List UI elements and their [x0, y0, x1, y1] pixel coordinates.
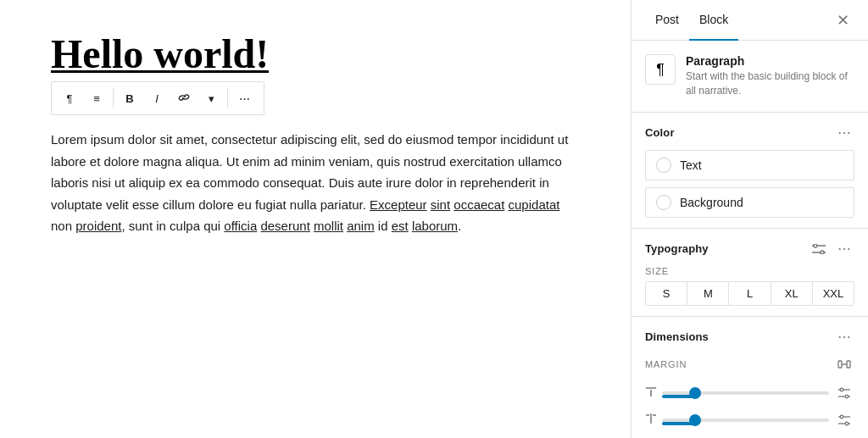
svg-point-1: [814, 244, 817, 247]
svg-point-10: [840, 388, 843, 391]
link-button[interactable]: [171, 86, 197, 111]
ellipsis-icon: ⋯: [837, 125, 851, 141]
slider-track-2: [662, 419, 829, 422]
link-est[interactable]: est: [392, 219, 409, 233]
svg-point-17: [840, 415, 843, 419]
typography-menu-button[interactable]: ⋯: [834, 239, 854, 259]
size-xxl-button[interactable]: XXL: [813, 282, 854, 305]
bold-button[interactable]: B: [117, 86, 142, 111]
size-m-button[interactable]: M: [687, 282, 729, 305]
more-icon: ⋯: [239, 92, 250, 105]
link-deserunt[interactable]: deserunt: [260, 219, 309, 233]
paragraph-icon: ¶: [67, 92, 73, 105]
close-button[interactable]: ✕: [831, 8, 854, 32]
color-background-option[interactable]: Background: [645, 187, 854, 218]
body-text[interactable]: Lorem ipsum dolor sit amet, consectetur …: [51, 129, 580, 237]
bold-icon: B: [125, 92, 133, 105]
sidebar: Post Block ✕ ¶ Paragraph Start with the …: [631, 0, 868, 438]
paragraph-button[interactable]: ¶: [57, 86, 82, 111]
color-title: Color: [645, 126, 675, 139]
close-icon: ✕: [837, 11, 849, 30]
color-section: Color ⋯ Text Background: [632, 113, 868, 229]
link-laborum[interactable]: laborum: [412, 219, 458, 233]
more-options-button[interactable]: ⋯: [231, 86, 257, 111]
svg-rect-5: [847, 361, 850, 368]
size-l-button[interactable]: L: [729, 282, 771, 305]
svg-point-19: [845, 422, 849, 425]
margin-top-row: [645, 383, 854, 403]
svg-point-3: [821, 251, 824, 254]
margin-top-icon: [645, 386, 657, 399]
slider-thumb-1[interactable]: [689, 387, 701, 399]
dimensions-section-header: Dimensions ⋯: [645, 327, 854, 347]
block-info-text: Paragraph Start with the basic building …: [686, 54, 854, 98]
text-color-radio[interactable]: [656, 158, 671, 173]
slider-settings-1[interactable]: [834, 383, 854, 403]
ellipsis-icon-2: ⋯: [837, 241, 851, 257]
size-options: S M L XL XXL: [645, 281, 854, 306]
link-cupidatat[interactable]: cupidatat: [509, 197, 560, 212]
toolbar-divider-2: [227, 88, 228, 108]
tab-block[interactable]: Block: [689, 0, 738, 41]
link-excepteur[interactable]: Excepteur: [370, 197, 427, 212]
typography-section: Typography ⋯ SIZE S M: [632, 229, 868, 317]
settings-icon-1: [838, 387, 850, 399]
dimensions-menu-button[interactable]: ⋯: [834, 327, 854, 347]
link-officia[interactable]: officia: [224, 219, 257, 233]
typography-filter-button[interactable]: [809, 239, 829, 259]
background-color-radio[interactable]: [656, 195, 671, 210]
color-background-label: Background: [680, 196, 743, 209]
link-proident[interactable]: proident: [75, 219, 121, 233]
ellipsis-icon-3: ⋯: [837, 329, 851, 345]
link-sint[interactable]: sint: [431, 197, 450, 212]
block-info: ¶ Paragraph Start with the basic buildin…: [632, 41, 868, 113]
sidebar-header: Post Block ✕: [632, 0, 868, 41]
tab-post[interactable]: Post: [645, 0, 689, 41]
formatting-toolbar: ¶ ≡ B I ▾ ⋯: [51, 81, 264, 115]
dimensions-section: Dimensions ⋯ MARGIN: [632, 317, 868, 438]
margin-bottom-row: [645, 410, 854, 430]
block-icon: ¶: [645, 54, 676, 85]
color-menu-button[interactable]: ⋯: [834, 123, 854, 143]
margin-bottom-icon: [645, 413, 657, 426]
typography-section-header: Typography ⋯: [645, 239, 854, 259]
toolbar-divider-1: [113, 88, 114, 108]
margin-top-slider[interactable]: [662, 391, 829, 395]
chevron-down-icon: ▾: [209, 92, 214, 105]
sidebar-tabs: Post Block: [645, 0, 738, 41]
dropdown-button[interactable]: ▾: [198, 86, 224, 111]
slider-settings-2[interactable]: [834, 410, 854, 430]
size-s-button[interactable]: S: [646, 282, 687, 305]
link-icon: [178, 91, 190, 106]
margin-link-button[interactable]: [834, 354, 854, 374]
block-description: Start with the basic building block of a…: [686, 69, 854, 98]
svg-rect-4: [838, 361, 842, 368]
italic-icon: I: [155, 92, 159, 105]
list-button[interactable]: ≡: [84, 86, 109, 111]
slider-thumb-2[interactable]: [689, 414, 701, 426]
color-text-label: Text: [680, 158, 702, 172]
typography-title: Typography: [645, 242, 709, 255]
block-title[interactable]: Hello world!: [51, 34, 269, 75]
size-xl-button[interactable]: XL: [771, 282, 813, 305]
slider-track-1: [662, 391, 829, 395]
color-text-option[interactable]: Text: [645, 150, 854, 180]
sliders-icon: [812, 244, 826, 254]
margin-label: MARGIN: [645, 354, 854, 374]
editor-area: Hello world! ¶ ≡ B I ▾ ⋯: [0, 0, 631, 438]
link-sides-icon: [837, 358, 851, 371]
color-section-header: Color ⋯: [645, 123, 854, 143]
link-occaecat[interactable]: occaecat: [453, 197, 504, 212]
block-name: Paragraph: [686, 54, 854, 68]
margin-bottom-slider[interactable]: [662, 419, 829, 422]
settings-icon-2: [838, 414, 850, 426]
link-anim[interactable]: anim: [347, 219, 375, 233]
svg-point-12: [845, 395, 849, 398]
italic-button[interactable]: I: [144, 86, 170, 111]
dimensions-title: Dimensions: [645, 330, 709, 343]
size-label: SIZE: [645, 266, 854, 276]
list-icon: ≡: [93, 92, 100, 105]
link-mollit[interactable]: mollit: [314, 219, 343, 233]
